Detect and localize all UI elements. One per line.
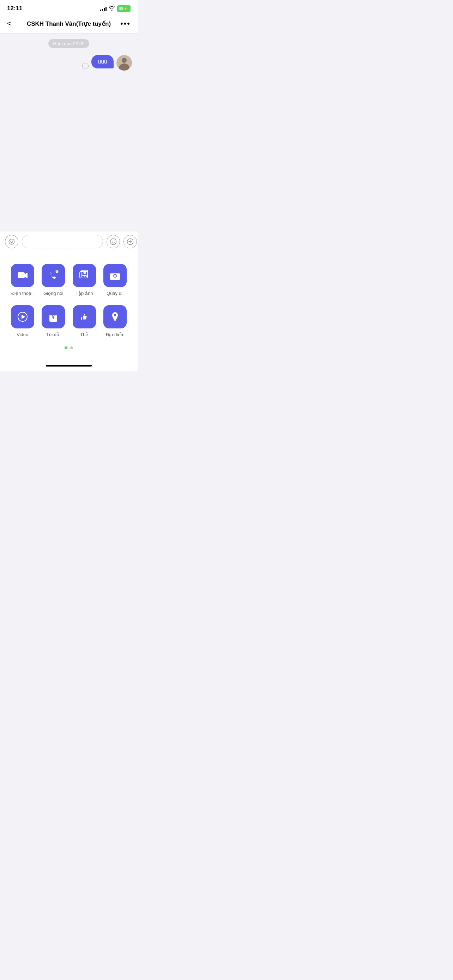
status-bar: 12:11 89⚡	[0, 0, 138, 15]
voice-call-icon-wrap	[41, 264, 65, 287]
svg-point-2	[12, 241, 13, 242]
video-call-icon-wrap	[11, 264, 34, 287]
media-item-location[interactable]: Địa điểm	[100, 302, 131, 343]
location-icon-wrap	[103, 305, 127, 328]
media-label-video: Video	[17, 332, 28, 337]
media-label-voice-call: Giọng nói	[43, 291, 63, 296]
media-label-video-call: Điện thoại.	[11, 291, 34, 296]
video-icon-wrap	[11, 305, 34, 328]
media-item-voice-call[interactable]: Giọng nói	[38, 260, 69, 302]
voice-call-icon	[47, 269, 60, 282]
video-icon	[16, 310, 29, 323]
home-indicator	[0, 362, 138, 371]
home-bar	[46, 365, 92, 366]
input-row	[5, 235, 133, 248]
dot-1	[65, 347, 67, 349]
timestamp-container: Hôm qua.22:02	[6, 39, 132, 48]
user-avatar	[116, 55, 132, 70]
media-label-camera: Quay đi.	[106, 291, 124, 296]
media-item-video[interactable]: Video	[7, 302, 38, 343]
svg-point-0	[9, 239, 14, 245]
wallet-icon-wrap: ¥	[41, 305, 65, 328]
photo-icon	[78, 269, 91, 282]
card-icon-wrap	[73, 305, 96, 328]
svg-point-6	[112, 241, 113, 242]
camera-icon-wrap	[103, 264, 127, 287]
video-call-icon	[16, 269, 29, 282]
media-item-wallet[interactable]: ¥ Túi đỏ.	[38, 302, 69, 343]
media-label-wallet: Túi đỏ.	[46, 332, 61, 337]
signal-icon	[100, 6, 106, 11]
media-label-location: Địa điểm	[106, 332, 124, 337]
location-icon	[109, 310, 121, 323]
nav-header: < CSKH Thanh Vân(Trực tuyến) •••	[0, 15, 138, 33]
message-row: uuu	[6, 55, 132, 70]
add-icon	[127, 238, 134, 245]
status-time: 12:11	[7, 5, 22, 12]
svg-marker-18	[22, 315, 25, 319]
svg-point-5	[110, 239, 116, 245]
wifi-icon	[109, 6, 115, 12]
read-indicator	[82, 63, 89, 69]
pagination-dots	[3, 343, 134, 355]
media-item-camera[interactable]: Quay đi.	[100, 260, 131, 302]
wallet-icon: ¥	[47, 310, 60, 323]
message-bubble: uuu	[91, 55, 114, 68]
media-grid: Điện thoại. Giọng nói	[3, 260, 134, 343]
media-item-video-call[interactable]: Điện thoại.	[7, 260, 38, 302]
more-button[interactable]: •••	[120, 19, 130, 28]
media-panel: Điện thoại. Giọng nói	[0, 253, 138, 362]
back-button[interactable]: <	[7, 19, 17, 28]
media-label-card: Thẻ	[80, 332, 88, 337]
chat-title: CSKH Thanh Vân(Trực tuyến)	[17, 20, 120, 27]
emoji-icon	[110, 238, 117, 245]
card-icon	[78, 310, 91, 323]
message-input[interactable]	[22, 235, 103, 248]
emoji-button[interactable]	[106, 235, 120, 248]
media-item-card[interactable]: Thẻ	[69, 302, 100, 343]
svg-point-1	[11, 241, 11, 242]
svg-point-22	[114, 314, 116, 316]
voice-button[interactable]	[5, 235, 18, 248]
chat-area: Hôm qua.22:02 uuu	[0, 33, 138, 231]
svg-point-16	[114, 275, 116, 277]
camera-icon	[109, 269, 121, 282]
voice-icon	[8, 239, 15, 245]
input-area	[0, 231, 138, 253]
svg-rect-11	[17, 272, 25, 278]
svg-point-7	[114, 241, 114, 242]
svg-rect-21	[49, 313, 57, 315]
timestamp-label: Hôm qua.22:02	[48, 39, 90, 48]
media-item-photo[interactable]: Tập ảnh	[69, 260, 100, 302]
dot-2	[70, 347, 73, 349]
add-button[interactable]	[124, 235, 137, 248]
status-icons: 89⚡	[100, 5, 130, 12]
svg-point-14	[83, 272, 86, 274]
battery-indicator: 89⚡	[117, 5, 130, 12]
media-label-photo: Tập ảnh	[75, 291, 93, 296]
photo-icon-wrap	[73, 264, 96, 287]
